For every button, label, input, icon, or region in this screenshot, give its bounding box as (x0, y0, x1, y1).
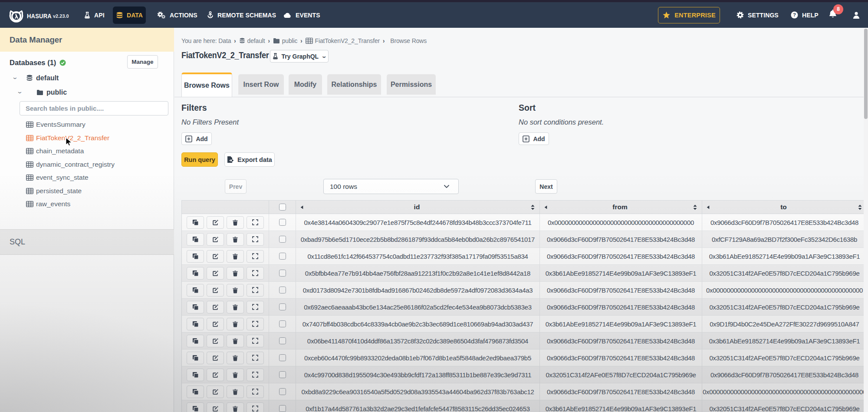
svg-text:?: ? (793, 12, 796, 17)
